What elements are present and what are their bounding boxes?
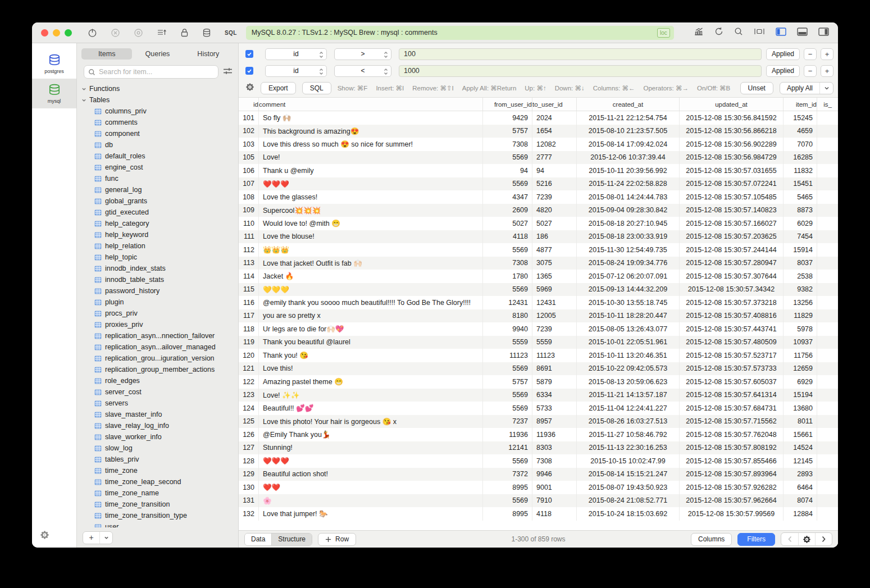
add-item-button[interactable]: + <box>83 532 100 544</box>
minimize-window-button[interactable] <box>53 29 60 37</box>
cell-to_user_id[interactable]: 8691 <box>532 362 577 376</box>
cell-updated_at[interactable]: 2015-12-08 15:30:57.605037 <box>680 375 784 389</box>
cell-comment[interactable]: Beautiful action shot! <box>259 468 483 481</box>
table-row[interactable]: 125Love this photo! Your hair is gorgeou… <box>239 415 838 429</box>
cell-item_id[interactable]: 13680 <box>784 402 817 415</box>
cell-created_at[interactable]: 2015-08-14 17:09:42.024 <box>577 138 680 151</box>
cell-is_[interactable] <box>817 454 838 468</box>
cell-from_user_id[interactable]: 4118 <box>483 230 532 244</box>
cell-is_[interactable] <box>817 507 838 521</box>
cell-from_user_id[interactable]: 7372 <box>483 468 532 481</box>
cell-is_[interactable] <box>817 230 838 244</box>
cell-to_user_id[interactable]: 5733 <box>532 402 577 415</box>
table-row[interactable]: 115💛💛💛556959692015-09-13 14:44:32.209201… <box>239 283 838 297</box>
column-header-comment[interactable]: comment <box>259 98 483 111</box>
filter-sliders-icon[interactable] <box>223 67 233 78</box>
fit-width-icon[interactable] <box>754 28 765 38</box>
cell-from_user_id[interactable]: 7237 <box>483 415 532 429</box>
cell-comment[interactable]: Love this dress so much 😍 so nice for su… <box>259 138 483 151</box>
cell-to_user_id[interactable]: 9001 <box>532 481 577 494</box>
structure-tab[interactable]: Structure <box>271 534 312 545</box>
cell-to_user_id[interactable]: 1365 <box>532 270 577 283</box>
search-icon[interactable] <box>734 27 743 38</box>
cell-from_user_id[interactable]: 5569 <box>483 454 532 468</box>
sidebar-table-replication_grou...iguration_version[interactable]: replication_grou...iguration_version <box>81 353 238 364</box>
cell-id[interactable]: 117 <box>239 309 259 323</box>
add-filter-button[interactable]: + <box>821 48 833 60</box>
cell-to_user_id[interactable]: 4118 <box>532 507 577 521</box>
table-row[interactable]: 114Jacket 🔥178013652015-07-12 06:20:07.0… <box>239 270 838 283</box>
cell-id[interactable]: 132 <box>239 507 259 521</box>
table-row[interactable]: 105Love!556927772015-12-06 10:37:39.4420… <box>239 151 838 165</box>
cell-is_[interactable] <box>817 481 838 494</box>
cell-to_user_id[interactable]: 5879 <box>532 375 577 389</box>
cell-to_user_id[interactable]: 8303 <box>532 441 577 455</box>
cell-to_user_id[interactable]: 9946 <box>532 468 577 481</box>
cell-created_at[interactable]: 2015-07-12 06:20:07.091 <box>577 270 680 283</box>
sidebar-table-time_zone_name[interactable]: time_zone_name <box>81 487 238 499</box>
cell-id[interactable]: 101 <box>239 111 259 125</box>
cell-to_user_id[interactable]: 3075 <box>532 257 577 270</box>
cell-id[interactable]: 114 <box>239 270 259 283</box>
cell-comment[interactable]: Love! <box>259 151 483 165</box>
sidebar-table-time_zone[interactable]: time_zone <box>81 465 238 476</box>
cell-created_at[interactable]: 2015-09-13 14:44:32.209 <box>577 283 680 297</box>
cell-item_id[interactable]: 7070 <box>784 138 817 151</box>
cell-is_[interactable] <box>817 111 838 125</box>
table-row[interactable]: 129Beautiful action shot!737299462015-08… <box>239 468 838 481</box>
cell-from_user_id[interactable]: 11123 <box>483 349 532 362</box>
cell-created_at[interactable]: 2015-09-04 09:28:30.842 <box>577 204 680 217</box>
cell-updated_at[interactable]: 2015-12-08 15:30:57.684731 <box>680 402 784 415</box>
cell-created_at[interactable]: 2015-11-21 14:13:57.187 <box>577 389 680 402</box>
cell-item_id[interactable]: 2538 <box>784 270 817 283</box>
cell-is_[interactable] <box>817 125 838 138</box>
toggle-bottom-panel-icon[interactable] <box>797 28 808 38</box>
table-row[interactable]: 126@Emily Thank you💃11936119362015-11-27… <box>239 428 838 441</box>
cell-id[interactable]: 103 <box>239 138 259 151</box>
sidebar-table-replication_asyn...nnection_failover[interactable]: replication_asyn...nnection_failover <box>81 330 238 341</box>
cell-to_user_id[interactable]: 12005 <box>532 309 577 323</box>
cell-item_id[interactable]: 6464 <box>784 481 817 494</box>
search-input[interactable] <box>84 65 218 79</box>
toggle-left-panel-icon[interactable] <box>776 28 786 38</box>
cell-created_at[interactable]: 2015-11-30 12:54:49.735 <box>577 243 680 257</box>
filter-settings-gear-icon[interactable] <box>245 83 254 94</box>
cell-id[interactable]: 130 <box>239 481 259 494</box>
cell-updated_at[interactable]: 2015-12-08 15:30:57.031655 <box>680 164 784 177</box>
cell-id[interactable]: 121 <box>239 362 259 376</box>
sidebar-table-comments[interactable]: comments <box>81 117 238 128</box>
sidebar-table-slow_log[interactable]: slow_log <box>81 443 238 454</box>
table-row[interactable]: 108Love the glasses!434772392015-08-01 1… <box>239 190 838 204</box>
cell-from_user_id[interactable]: 8995 <box>483 507 532 521</box>
cell-to_user_id[interactable]: 12082 <box>532 138 577 151</box>
table-row[interactable]: 121Love this!556986912015-10-22 09:42:05… <box>239 362 838 376</box>
cell-item_id[interactable]: 5978 <box>784 322 817 336</box>
table-row[interactable]: 132Love that jumper! 🐎899541182015-10-24… <box>239 507 838 521</box>
cell-comment[interactable]: Love! ✨✨ <box>259 389 483 402</box>
table-row[interactable]: 109Supercool💥💥💥260948202015-09-04 09:28:… <box>239 204 838 217</box>
cell-item_id[interactable]: 10937 <box>784 336 817 349</box>
table-row[interactable]: 130❤️❤️899590012015-08-07 19:43:50.92320… <box>239 481 838 494</box>
cell-created_at[interactable]: 2015-10-30 13:55:18.745 <box>577 296 680 309</box>
cell-created_at[interactable]: 2015-10-15 10:02:47.99 <box>577 454 680 468</box>
cell-comment[interactable]: 👑👑👑 <box>259 243 483 257</box>
cell-is_[interactable] <box>817 428 838 441</box>
cell-from_user_id[interactable]: 7308 <box>483 138 532 151</box>
watch-icon[interactable] <box>134 28 143 38</box>
filter-operator-select[interactable]: > <box>334 48 391 60</box>
page-settings-gear-icon[interactable] <box>798 533 815 545</box>
cell-to_user_id[interactable]: 4877 <box>532 243 577 257</box>
cell-to_user_id[interactable]: 186 <box>532 230 577 244</box>
sidebar-table-gtid_executed[interactable]: gtid_executed <box>81 207 238 218</box>
cell-id[interactable]: 115 <box>239 283 259 297</box>
sidebar-table-server_cost[interactable]: server_cost <box>81 386 238 398</box>
columns-button[interactable]: Columns <box>691 533 732 546</box>
cell-from_user_id[interactable]: 12141 <box>483 441 532 455</box>
cell-item_id[interactable]: 8074 <box>784 494 817 508</box>
sidebar-table-role_edges[interactable]: role_edges <box>81 375 238 386</box>
cell-is_[interactable] <box>817 336 838 349</box>
filter-enabled-checkbox[interactable] <box>245 67 253 75</box>
cell-item_id[interactable]: 11756 <box>784 349 817 362</box>
sidebar-table-slave_worker_info[interactable]: slave_worker_info <box>81 431 238 443</box>
cell-id[interactable]: 128 <box>239 454 259 468</box>
